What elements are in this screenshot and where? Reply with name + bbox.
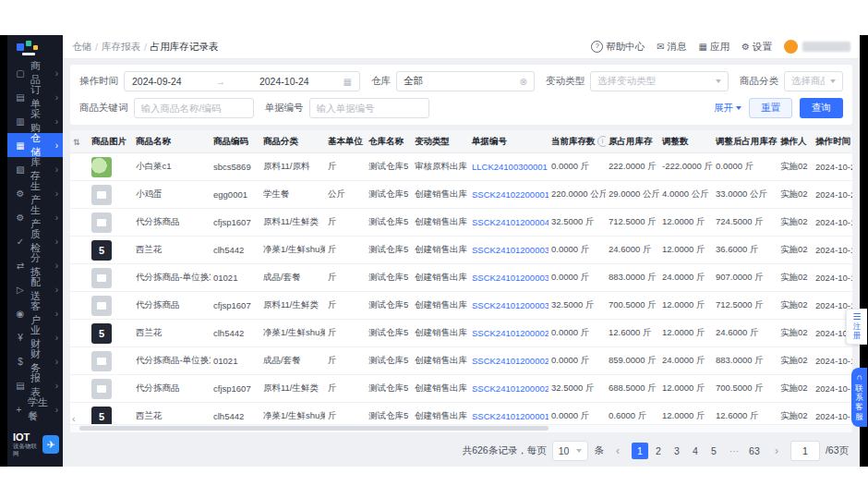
column-header: 操作时间 [813,130,852,153]
delivery-icon: ▷ [15,285,26,295]
cell-doc_no[interactable]: SSCK24101200003 [469,237,549,264]
column-label: 单据编号 [472,136,507,146]
date-from-value[interactable]: 2024-09-24 [132,76,182,87]
sidebar-item-stock[interactable]: ▧库存› [7,157,63,181]
cell-after: 36.6000 斤 [713,237,778,264]
register-widget[interactable]: ☰ 注册 [846,309,867,345]
reset-button[interactable]: 重置 [749,98,792,118]
sidebar-item-finance[interactable]: $财务› [7,349,63,373]
cell-time: 2024-10-2 [813,153,852,181]
cell-doc_no[interactable]: SSCK24101200002 [469,347,549,375]
breadcrumb-item[interactable]: 库存报表 [102,41,140,54]
date-to-value[interactable]: 2024-10-24 [259,76,309,87]
cell-doc_no[interactable]: SSCK24102200001 [469,181,549,209]
cell-doc_no[interactable]: SSCK24101200002 [469,375,549,403]
user-menu[interactable] [784,40,850,54]
docno-input[interactable] [309,98,429,118]
keyword-input[interactable] [134,98,254,118]
cell-original: 222.0000 斤 [606,153,659,181]
prev-page-button[interactable]: ‹ [609,443,626,459]
cell-doc_no[interactable]: SSCK24101200003 [469,292,549,320]
sidebar-item-produce2[interactable]: ⚙生产› [7,205,63,229]
sidebar-item-delivery[interactable]: ▷配送› [7,277,63,301]
cell-operator: 实施02 [778,292,813,320]
sidebar-item-bizfin[interactable]: ¥业财› [7,325,63,349]
cell-unit: 斤 [325,264,366,292]
grid-action[interactable]: ▦应用 [699,41,729,54]
sort-icon[interactable]: ⇅ [73,138,80,147]
iot-title: IOT [13,431,40,443]
sidebar-item-purchase[interactable]: ▥采购› [7,109,63,133]
cell-sort [70,237,89,264]
page-button-5[interactable]: 5 [705,443,722,459]
cell-name: 西兰花 [133,237,211,264]
sidebar-item-customer[interactable]: ◉客户› [7,301,63,325]
cell-doc_no[interactable]: LLCK24100300001 [469,153,549,181]
cell-name: 代分拣商品-单位换算 [133,347,211,375]
filter-actions: 展开 重置 查询 [714,98,843,118]
cell-name: 代分拣商品 [133,209,211,237]
sidebar-item-produce[interactable]: ⚙生产› [7,181,63,205]
warehouse-icon: ▦ [15,140,26,151]
sidebar-item-goods[interactable]: ▢商品› [7,61,63,85]
finance-icon: $ [15,357,26,367]
breadcrumb-item[interactable]: 仓储 [72,41,91,54]
category-select[interactable]: 选择商品分类 [784,71,843,91]
change-type-select[interactable]: 选择变动类型 [590,71,729,91]
page-button-1[interactable]: 1 [632,443,648,459]
iot-badge-icon[interactable]: ✈ [42,435,59,454]
cell-name: 西兰花 [133,320,211,347]
avatar[interactable] [784,40,798,54]
expand-toggle[interactable]: 展开 [714,102,741,115]
gear-action[interactable]: ⚙设置 [741,41,772,54]
cell-doc_no[interactable]: SSCK24101200002 [469,320,549,347]
page-jump-input[interactable] [790,441,820,461]
scrollbar-thumb[interactable] [79,426,549,431]
stock-icon: ▧ [15,164,26,175]
chevron-right-icon: › [55,68,58,79]
sidebar-item-meal[interactable]: +学生餐› [7,397,63,421]
bell-action[interactable]: ✉消息 [657,41,686,54]
help-action[interactable]: ?帮助中心 [591,41,645,54]
scroll-left-hint[interactable]: ‹ [72,413,76,424]
cell-after: 0.0000 斤 [713,153,778,181]
product-image-gray [91,185,112,205]
cell-name: 代分拣商品 [133,375,211,403]
table-row: 5西兰花clh5442净菜1/生鲜shu菜类...斤测试仓库5创建销售出库SSC… [70,320,852,347]
table-row: 代分拣商品cfjsp1607原料11/生鲜类斤测试仓库5创建销售出库SSCK24… [70,209,852,237]
page-button-3[interactable]: 3 [669,443,685,459]
cell-adjust: 24.0000 斤 [659,347,713,375]
page-button-63[interactable]: 63 [746,443,763,459]
cell-doc_no[interactable]: SSCK24101200001 [469,403,549,425]
product-image-cabbage [91,157,112,177]
cell-doc_no[interactable]: SSCK24101200003 [469,264,549,292]
date-range-picker[interactable]: 2024-09-24 → 2024-10-24 ▦ [124,71,360,91]
sidebar-item-orders[interactable]: ▤订单› [7,85,63,109]
column-header: 商品编码 [211,130,260,153]
sidebar-item-sorting[interactable]: ⇄分拣› [7,253,63,277]
sidebar-item-warehouse[interactable]: ▦仓储› [7,133,63,157]
warehouse-select[interactable]: 全部 ⊗ [396,71,535,91]
sidebar-item-quality[interactable]: ✓质检› [7,229,63,253]
cell-name: 代分拣商品 [133,292,211,320]
page-size-select[interactable]: 10 [552,441,589,461]
cell-doc_no[interactable]: SSCK24101200004 [469,209,549,237]
page-button-4[interactable]: 4 [687,443,704,459]
page-button-2[interactable]: 2 [650,443,667,459]
logo-block-blue [17,43,24,51]
clear-icon[interactable]: ⊗ [520,77,527,87]
breadcrumb-separator [144,42,147,53]
next-page-button[interactable]: › [768,443,785,459]
cell-change_type: 创建销售出库 [412,375,469,403]
search-button[interactable]: 查询 [800,98,843,118]
sidebar-item-report[interactable]: ▤报表› [7,373,63,397]
contact-service-button[interactable]: ∩ 联系客服 [851,368,867,427]
column-label: 变动类型 [415,136,450,146]
cell-code: cfjsp1607 [211,292,260,320]
horizontal-scrollbar[interactable] [70,424,852,432]
cell-category: 净菜1/生鲜shu菜类... [260,403,325,425]
column-header: 商品图片 [89,130,133,153]
cell-code: clh5442 [211,320,260,347]
cell-operator: 实施02 [778,237,813,264]
image-placeholder-icon [97,274,106,282]
